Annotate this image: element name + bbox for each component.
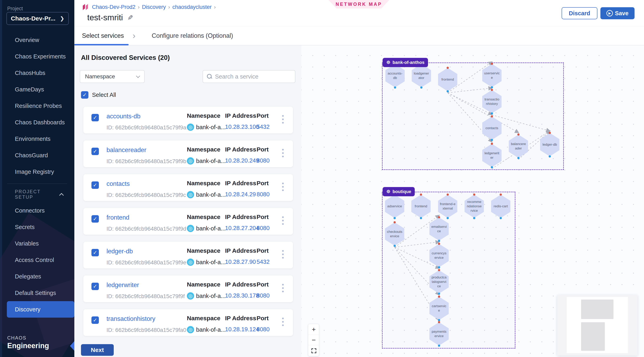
page-header: Chaos-Dev-Prod2 › Discovery › chaosdaycl…	[74, 0, 644, 26]
breadcrumb-cluster[interactable]: chaosdaycluster	[172, 4, 212, 10]
project-setup-toggle[interactable]: PROJECT SETUP	[0, 187, 74, 202]
row-menu-kebab-icon[interactable]	[281, 148, 284, 158]
service-node-redis-cart[interactable]: redis-cart	[491, 195, 510, 218]
service-checkbox[interactable]: ✓	[92, 249, 99, 256]
zoom-out-button[interactable]: −	[308, 335, 319, 345]
port-value: 8080	[256, 191, 270, 198]
service-node-ledgerwriter[interactable]: ledgerwriter	[482, 144, 502, 167]
service-node-recommendationservice[interactable]: recommendationservice	[464, 195, 484, 218]
sidebar-item-environments[interactable]: Environments	[0, 130, 74, 147]
port-value: 5432	[256, 258, 270, 265]
service-node-currencyservice[interactable]: currencyservice	[430, 244, 449, 267]
hexagon-shape: transactionhistory	[482, 90, 502, 113]
service-name-link[interactable]: balancereader	[106, 146, 146, 154]
save-button[interactable]: ▶ Save	[600, 7, 634, 19]
sidebar-item-chaoshubs[interactable]: ChaosHubs	[0, 65, 74, 81]
row-menu-kebab-icon[interactable]	[281, 317, 284, 327]
sidebar-item-chaos-dashboards[interactable]: Chaos Dashboards	[0, 114, 74, 130]
sidebar-item-access-control[interactable]: Access Control	[0, 252, 74, 268]
sidebar-collapse-arrow-icon[interactable]	[70, 341, 74, 351]
sidebar-item-variables[interactable]: Variables	[0, 235, 74, 252]
sidebar-item-gamedays[interactable]: GameDays	[0, 81, 74, 98]
cluster-badge-boutique[interactable]: ☸boutique	[382, 187, 415, 196]
egress-port-dot	[420, 86, 422, 88]
service-node-transactionhistory[interactable]: transactionhistory	[482, 90, 502, 113]
page-title: test-smriti	[87, 13, 123, 22]
service-node-accounts-db[interactable]: accounts-db	[386, 64, 405, 88]
service-checkbox[interactable]: ✓	[92, 148, 99, 155]
row-menu-kebab-icon[interactable]	[281, 114, 284, 124]
service-node-productcatalogservice[interactable]: productcatalogservice	[430, 270, 449, 294]
ingress-port-dot	[491, 63, 493, 65]
egress-port-dot	[420, 217, 422, 219]
service-node-userservice[interactable]: userservice	[482, 64, 502, 87]
ingress-port-dot	[447, 67, 449, 69]
service-node-contacts[interactable]: contacts	[482, 116, 502, 140]
service-checkbox[interactable]: ✓	[92, 283, 99, 290]
row-menu-kebab-icon[interactable]	[281, 182, 284, 192]
service-node-checkoutservice[interactable]: checkoutservice	[385, 222, 404, 246]
tab-configure-relations[interactable]: Configure relations (Optional)	[152, 26, 233, 45]
zoom-in-button[interactable]: +	[308, 324, 319, 335]
service-name-link[interactable]: transactionhistory	[106, 315, 155, 322]
search-input[interactable]	[215, 73, 291, 80]
row-menu-kebab-icon[interactable]	[281, 216, 284, 226]
sidebar-item-connectors[interactable]: Connectors	[0, 202, 74, 219]
service-checkbox[interactable]: ✓	[92, 316, 99, 324]
sidebar-item-discovery[interactable]: Discovery	[7, 301, 74, 318]
tab-select-services[interactable]: Select services	[82, 26, 124, 45]
service-node-balancereader[interactable]: balancereader	[509, 134, 528, 158]
service-node-cartservice[interactable]: cartservice	[430, 297, 449, 320]
sidebar-item-chaos-experiments[interactable]: Chaos Experiments	[0, 48, 74, 65]
sidebar-item-image-registry[interactable]: Image Registry	[0, 164, 74, 180]
cluster-box-bank-of-anthos[interactable]	[382, 62, 564, 170]
service-node-frontend[interactable]: frontend	[411, 195, 430, 218]
select-all-checkbox[interactable]: ✓	[81, 91, 88, 99]
sidebar-item-chaosguard[interactable]: ChaosGuard	[0, 147, 74, 164]
breadcrumb-project[interactable]: Chaos-Dev-Prod2	[92, 4, 136, 10]
select-all[interactable]: ✓ Select All	[81, 91, 116, 99]
node-label: balancereader	[510, 142, 526, 151]
hexagon-shape: frontend	[438, 68, 457, 91]
service-checkbox[interactable]: ✓	[92, 215, 99, 222]
service-checkbox[interactable]: ✓	[92, 182, 99, 189]
sidebar-item-secrets[interactable]: Secrets	[0, 219, 74, 235]
cluster-badge-bank-of-anthos[interactable]: ☸bank-of-anthos	[382, 58, 428, 67]
sidebar-item-overview[interactable]: Overview	[0, 32, 74, 48]
service-checkbox[interactable]: ✓	[92, 114, 99, 121]
hexagon-shape: currencyservice	[430, 244, 449, 267]
node-label: adservice	[387, 204, 402, 208]
next-button[interactable]: Next	[81, 344, 114, 356]
port-value: 8080	[256, 225, 270, 232]
row-menu-kebab-icon[interactable]	[281, 249, 284, 259]
breadcrumb-separator: ›	[138, 4, 140, 10]
service-node-paymentservice[interactable]: paymentservice	[430, 322, 449, 346]
sidebar-item-resilience-probes[interactable]: Resilience Probes	[0, 98, 74, 114]
edit-title-icon[interactable]: ✎	[128, 14, 133, 22]
service-node-ledger-db[interactable]: ledger-db	[540, 133, 560, 156]
service-name-link[interactable]: ledger-db	[106, 248, 133, 255]
hexagon-shape: ledger-db	[540, 133, 560, 156]
node-label: recommendationservice	[466, 200, 482, 213]
service-node-emailservice[interactable]: emailservice	[430, 217, 449, 241]
fullscreen-button[interactable]	[308, 345, 319, 356]
egress-port-dot	[473, 217, 476, 219]
service-node-adservice[interactable]: adservice	[385, 195, 404, 218]
minimap[interactable]	[557, 295, 638, 356]
service-name-link[interactable]: ledgerwriter	[106, 282, 139, 289]
project-selector[interactable]: Chaos-Dev-Pr... ❯	[6, 12, 69, 25]
save-run-icon: ▶	[606, 10, 613, 16]
sidebar-item-delegates[interactable]: Delegates	[0, 268, 74, 285]
service-node-loadgenerator[interactable]: loadgenerator	[412, 64, 431, 88]
service-name-link[interactable]: contacts	[106, 180, 130, 188]
service-name-link[interactable]: accounts-db	[106, 113, 140, 120]
service-name-link[interactable]: frontend	[106, 214, 130, 221]
discard-button[interactable]: Discard	[562, 7, 598, 19]
sidebar-item-default-settings[interactable]: Default Settings	[0, 285, 74, 301]
service-node-frontend[interactable]: frontend	[438, 68, 457, 91]
service-node-frontend-external[interactable]: frontend-external	[438, 195, 457, 218]
namespace-filter-dropdown[interactable]: Namespace	[80, 70, 145, 83]
breadcrumb-discovery[interactable]: Discovery	[142, 4, 166, 10]
row-menu-kebab-icon[interactable]	[281, 283, 284, 293]
column-header-namespace: Namespace	[187, 146, 226, 153]
